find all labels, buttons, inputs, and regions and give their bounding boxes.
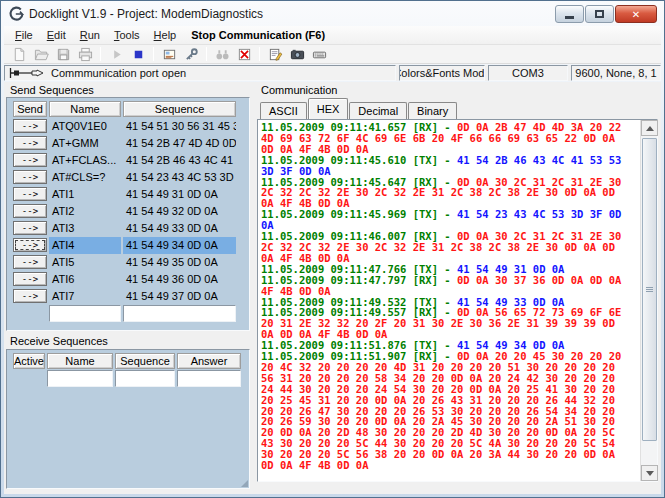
new-sequence-hex-input[interactable] (123, 305, 236, 322)
minimize-button[interactable] (555, 5, 584, 23)
sequence-hex-cell[interactable]: 41 54 49 31 0D 0A (123, 186, 236, 203)
menu-item-run[interactable]: Run (73, 27, 107, 43)
options-key-icon[interactable] (181, 45, 201, 63)
send-sequences-label: Send Sequences (10, 84, 94, 96)
menu-item-help[interactable]: Help (147, 27, 184, 43)
tab-ascii[interactable]: ASCII (260, 102, 307, 119)
sequence-hex-cell[interactable]: 41 54 2B 46 43 4C 41 53 53 (123, 152, 236, 169)
receive-sequence-input[interactable] (115, 370, 175, 387)
receive-header-name: Name (47, 353, 113, 369)
send-row-ATI7: -->ATI741 54 49 37 0D 0A (13, 288, 249, 305)
sequence-name-cell[interactable]: ATI3 (49, 220, 121, 237)
sequence-hex-cell[interactable]: 41 54 23 43 4C 53 3D 3F (123, 169, 236, 186)
toolbar-separator (153, 47, 154, 61)
sequence-hex-cell[interactable]: 41 54 51 30 56 31 45 30 0D (123, 118, 236, 135)
project-settings-icon[interactable] (159, 45, 179, 63)
sequence-name-cell[interactable]: AT+FCLAS... (49, 152, 121, 169)
send-button-AT#CLS=?[interactable]: --> (13, 170, 47, 184)
send-row-ATI1: -->ATI141 54 49 31 0D 0A (13, 186, 249, 203)
sequence-hex-cell[interactable]: 41 54 2B 47 4D 4D 0D 0A (123, 135, 236, 152)
sequence-hex-cell[interactable]: 41 54 49 36 0D 0A (123, 271, 236, 288)
window-title: Docklight V1.9 - Project: ModemDiagnosti… (29, 7, 263, 21)
save-icon (53, 45, 73, 63)
menu-bar: FileEditRunToolsHelpStop Communication (… (4, 26, 661, 45)
maximize-button[interactable] (585, 5, 614, 23)
send-row-ATI2: -->ATI241 54 49 32 0D 0A (13, 203, 249, 220)
connection-status-text: Commmunication port open (51, 67, 186, 79)
sequence-name-cell[interactable]: ATQ0V1E0 (49, 118, 121, 135)
resize-grip[interactable] (241, 480, 248, 487)
send-button-ATI1[interactable]: --> (13, 187, 47, 201)
send-row-AT+FCLAS...: -->AT+FCLAS...41 54 2B 46 43 4C 41 53 53 (13, 152, 249, 169)
edit-notes-icon[interactable] (265, 45, 285, 63)
receive-header-answer: Answer (177, 353, 241, 369)
send-row-empty (13, 305, 249, 322)
scroll-up-arrow-icon[interactable] (641, 120, 658, 136)
send-button-AT+FCLAS...[interactable]: --> (13, 153, 47, 167)
sequence-name-cell[interactable]: ATI7 (49, 288, 121, 305)
tab-binary[interactable]: Binary (408, 102, 457, 119)
send-button-ATI4[interactable]: --> (13, 238, 47, 252)
log-continuation: 0D 0A 4F 4B 0D 0A (261, 460, 640, 471)
send-button-ATI5[interactable]: --> (13, 255, 47, 269)
keyboard-console-icon[interactable] (309, 45, 329, 63)
send-header-send: Send (13, 101, 47, 117)
receive-name-input[interactable] (47, 370, 113, 387)
communication-tabs: ASCIIHEXDecimalBinary (258, 98, 458, 119)
find-icon (212, 45, 232, 63)
sequence-hex-cell[interactable]: 41 54 49 34 0D 0A (123, 237, 236, 254)
new-sequence-name-input[interactable] (49, 305, 121, 322)
docklight-window: Docklight V1.9 - Project: ModemDiagnosti… (0, 0, 665, 498)
tab-hex[interactable]: HEX (308, 98, 349, 119)
communication-log[interactable]: 11.05.2009 09:11:41.657 [RX] - 0D 0A 2B … (258, 120, 640, 481)
communication-log-frame: 11.05.2009 09:11:41.657 [RX] - 0D 0A 2B … (257, 119, 658, 482)
receive-header-sequence: Sequence (115, 353, 175, 369)
menu-stop-communication[interactable]: Stop Communication (F6) (183, 27, 333, 43)
send-button-ATI6[interactable]: --> (13, 272, 47, 286)
sequence-hex-cell[interactable]: 41 54 49 37 0D 0A (123, 288, 236, 305)
tab-decimal[interactable]: Decimal (349, 102, 407, 119)
send-row-ATQ0V1E0: -->ATQ0V1E041 54 51 30 56 31 45 30 0D (13, 118, 249, 135)
sequence-hex-cell[interactable]: 41 54 49 33 0D 0A (123, 220, 236, 237)
menu-item-tools[interactable]: Tools (107, 27, 147, 43)
receive-answer-input[interactable] (177, 370, 241, 387)
send-button-ATI7[interactable]: --> (13, 289, 47, 303)
receive-sequences-panel: ActiveNameSequenceAnswer (6, 349, 250, 489)
open-file-icon (31, 45, 51, 63)
close-button[interactable]: ✕ (615, 5, 657, 23)
send-row-ATI4: -->ATI441 54 49 34 0D 0A (13, 237, 249, 254)
sequence-name-cell[interactable]: AT#CLS=? (49, 169, 121, 186)
client-area: Send Sequences SendNameSequence-->ATQ0V1… (4, 82, 661, 494)
receive-row-empty (13, 370, 249, 387)
log-entry: 11.05.2009 09:11:45.969 [TX] - 41 54 23 … (261, 209, 640, 220)
send-header-sequence: Sequence (123, 101, 236, 117)
toolbar-separator (206, 47, 207, 61)
send-row-ATI6: -->ATI641 54 49 36 0D 0A (13, 271, 249, 288)
sequence-name-cell[interactable]: AT+GMM (49, 135, 121, 152)
send-button-ATI2[interactable]: --> (13, 204, 47, 218)
send-button-ATI3[interactable]: --> (13, 221, 47, 235)
sequence-name-cell[interactable]: ATI6 (49, 271, 121, 288)
send-button-ATQ0V1E0[interactable]: --> (13, 119, 47, 133)
port-settings-panel: 9600, None, 8, 1 (571, 65, 661, 81)
connection-status-panel: Commmunication port open (4, 65, 396, 81)
receive-header-active: Active (13, 353, 45, 369)
toolbar (4, 45, 661, 64)
sequence-hex-cell[interactable]: 41 54 49 32 0D 0A (123, 203, 236, 220)
sequence-name-cell[interactable]: ATI1 (49, 186, 121, 203)
menu-item-file[interactable]: File (8, 27, 40, 43)
vertical-scrollbar[interactable] (640, 120, 657, 481)
send-row-AT+GMM: -->AT+GMM41 54 2B 47 4D 4D 0D 0A (13, 135, 249, 152)
sequence-name-cell[interactable]: ATI4 (49, 237, 121, 254)
start-communication-icon (106, 45, 126, 63)
scroll-down-arrow-icon[interactable] (641, 465, 658, 481)
menu-item-edit[interactable]: Edit (40, 27, 73, 43)
clear-communication-icon[interactable] (234, 45, 254, 63)
stop-communication-icon[interactable] (128, 45, 148, 63)
scrollbar-thumb[interactable] (642, 138, 657, 441)
send-button-AT+GMM[interactable]: --> (13, 136, 47, 150)
snapshot-icon[interactable] (287, 45, 307, 63)
sequence-name-cell[interactable]: ATI5 (49, 254, 121, 271)
sequence-hex-cell[interactable]: 41 54 49 35 0D 0A (123, 254, 236, 271)
sequence-name-cell[interactable]: ATI2 (49, 203, 121, 220)
